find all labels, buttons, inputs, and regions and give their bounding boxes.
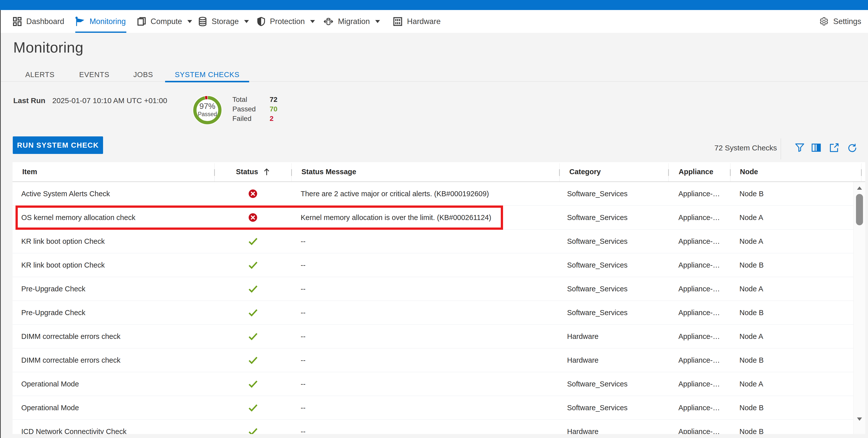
top-brand-bar (0, 0, 868, 10)
appliance-cell: Appliance-… (678, 230, 720, 253)
category-cell: Software_Services (567, 301, 628, 324)
item-cell: Active System Alerts Check (21, 182, 110, 205)
columns-icon[interactable] (810, 142, 822, 153)
nav-item-monitoring[interactable]: Monitoring (75, 10, 126, 33)
appliance-cell: Appliance-… (678, 396, 720, 419)
column-header-item[interactable]: Item (22, 162, 37, 181)
status-message-cell: -- (301, 348, 305, 372)
legend-failed-row: Failed 2 (232, 115, 251, 123)
legend-label: Total (232, 96, 247, 104)
nav-item-storage[interactable]: Storage (198, 10, 249, 33)
table-header: Item Status Status Message Category Appl… (12, 162, 865, 182)
column-header-category[interactable]: Category (569, 162, 601, 181)
appliance-cell: Appliance-… (678, 420, 720, 434)
nav-item-settings[interactable]: Settings (819, 10, 861, 33)
error-circle-icon (249, 213, 257, 222)
table-scrollbar[interactable] (853, 182, 865, 434)
refresh-icon[interactable] (846, 142, 858, 153)
status-message-cell: -- (301, 420, 305, 434)
tab-system-checks[interactable]: SYSTEM CHECKS (165, 68, 249, 82)
category-cell: Software_Services (567, 396, 628, 419)
migration-icon (324, 17, 333, 26)
status-cell (214, 253, 291, 277)
node-cell: Node A (739, 230, 763, 253)
nav-item-protection[interactable]: Protection (257, 10, 315, 33)
table-row[interactable]: ICD Network Connectivity Check -- Hardwa… (12, 420, 853, 434)
legend-value: 2 (270, 115, 274, 123)
last-run-label: Last Run (13, 96, 45, 105)
nav-item-dashboard[interactable]: Dashboard (13, 10, 64, 33)
flag-icon (75, 17, 85, 27)
passed-percentage-donut: 97% Passed (192, 95, 223, 125)
scrollbar-thumb[interactable] (856, 194, 863, 225)
node-cell: Node B (739, 348, 764, 372)
item-cell: ICD Network Connectivity Check (21, 420, 127, 434)
column-header-status[interactable]: Status (214, 162, 291, 181)
column-header-node[interactable]: Node (740, 162, 758, 181)
status-cell (214, 301, 291, 324)
table-row[interactable]: OS kernel memory allocation check Kernel… (12, 206, 853, 230)
column-divider[interactable] (861, 163, 862, 181)
shield-icon (257, 17, 265, 26)
status-cell (214, 372, 291, 396)
legend-total-row: Total 72 (232, 96, 247, 104)
nav-item-label: Compute (151, 17, 182, 26)
monitoring-tabs: ALERTS EVENTS JOBS SYSTEM CHECKS (0, 68, 868, 82)
category-cell: Hardware (567, 348, 598, 372)
table-row[interactable]: DIMM correctable errors check -- Hardwar… (12, 325, 853, 348)
tab-alerts[interactable]: ALERTS (12, 68, 67, 82)
table-row[interactable]: KR link boot option Check -- Software_Se… (12, 230, 853, 253)
donut-percent-label: 97% (199, 101, 215, 111)
system-checks-count: 72 System Checks (714, 144, 777, 152)
appliance-cell: Appliance-… (678, 348, 720, 372)
status-message-cell: Kernel memory allocation is over the lim… (301, 206, 491, 229)
check-icon (248, 380, 258, 388)
status-message-cell: -- (301, 396, 305, 419)
category-cell: Software_Services (567, 253, 628, 277)
column-header-status-message[interactable]: Status Message (302, 162, 356, 181)
status-message-cell: -- (301, 325, 305, 348)
table-row[interactable]: DIMM correctable errors check -- Hardwar… (12, 348, 853, 372)
check-icon (248, 309, 258, 316)
legend-label: Passed (232, 105, 256, 113)
tab-events[interactable]: EVENTS (67, 68, 121, 82)
item-cell: KR link boot option Check (21, 230, 105, 253)
item-cell: DIMM correctable errors check (21, 348, 120, 372)
table-row[interactable]: KR link boot option Check -- Software_Se… (12, 253, 853, 277)
check-icon (248, 261, 258, 269)
table-row[interactable]: Active System Alerts Check There are 2 a… (12, 182, 853, 206)
legend-passed-row: Passed 70 (232, 105, 256, 113)
table-row[interactable]: Operational Mode -- Software_Services Ap… (12, 396, 853, 420)
item-cell: KR link boot option Check (21, 253, 105, 277)
category-cell: Software_Services (567, 182, 628, 205)
check-icon (248, 404, 258, 411)
scrollbar-up-arrow-icon[interactable] (857, 186, 862, 190)
column-header-appliance[interactable]: Appliance (679, 162, 713, 181)
check-icon (248, 332, 258, 340)
nav-item-migration[interactable]: Migration (324, 10, 380, 33)
nav-item-compute[interactable]: Compute (137, 10, 192, 33)
main-navbar: Dashboard Monitoring Compute (0, 10, 868, 33)
column-divider[interactable] (291, 163, 292, 181)
appliance-cell: Appliance-… (678, 253, 720, 277)
item-cell: Pre-Upgrade Check (21, 277, 85, 300)
appliance-cell: Appliance-… (678, 325, 720, 348)
export-icon[interactable] (829, 142, 840, 153)
compute-icon (137, 17, 146, 26)
last-run-value: 2025-01-07 10:10 AM UTC +01:00 (52, 96, 167, 105)
table-row[interactable]: Pre-Upgrade Check -- Software_Services A… (12, 301, 853, 325)
column-divider[interactable] (730, 163, 731, 181)
table-row[interactable]: Operational Mode -- Software_Services Ap… (12, 372, 853, 396)
hardware-icon (393, 17, 402, 26)
scrollbar-down-arrow-icon[interactable] (857, 417, 862, 421)
run-system-check-button[interactable]: RUN SYSTEM CHECK (13, 137, 103, 154)
filter-icon[interactable] (794, 142, 805, 153)
tab-jobs[interactable]: JOBS (121, 68, 165, 82)
column-divider[interactable] (214, 163, 215, 181)
appliance-cell: Appliance-… (678, 277, 720, 300)
window-left-border (0, 10, 1, 438)
column-divider[interactable] (559, 163, 560, 181)
nav-item-hardware[interactable]: Hardware (393, 10, 440, 33)
check-icon (248, 285, 258, 293)
table-row[interactable]: Pre-Upgrade Check -- Software_Services A… (12, 277, 853, 301)
